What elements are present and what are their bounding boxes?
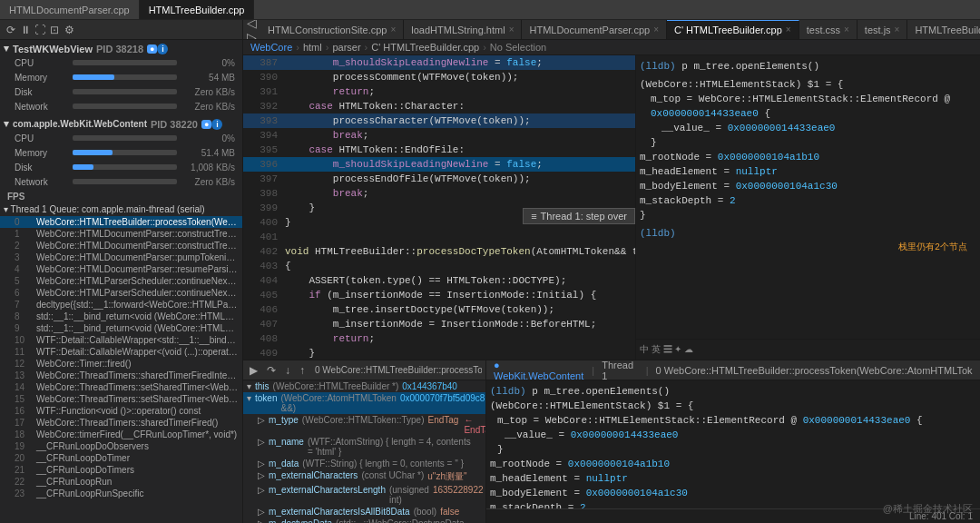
var-type-this: (WebCore::HTMLTreeBuilder *) [273, 381, 399, 391]
stack-item-15[interactable]: 15WebCore::ThreadTimers::setSharedTimer<… [0, 393, 242, 405]
console-frame-label[interactable]: 0 WebCore::HTMLTreeBuilder::processToken… [656, 365, 973, 376]
step-into-btn[interactable]: ↓ [282, 364, 293, 377]
stack-item-7[interactable]: 7decltype({std::__1::forward<WebCore::HT… [0, 299, 242, 311]
process-header-1[interactable]: ▾ TestWKWebView PID 38218 ● i [0, 42, 242, 55]
process-header-2[interactable]: ▾ com.apple.WebKit.WebContent PID 38220 … [0, 117, 242, 131]
stack-item-22[interactable]: 22__CFRunLoopRun [0, 476, 242, 488]
code-tab-loadhtml[interactable]: loadHTMLString.html × [404, 20, 522, 40]
stack-item-14[interactable]: 14WebCore::ThreadTimers::setSharedTimer<… [0, 381, 242, 393]
process-badge-2: ● [201, 120, 211, 129]
stack-item-18[interactable]: 18WebCore::timerFired(__CFRunLoopTimer*,… [0, 429, 242, 440]
code-tab-htmltreebuilder-active[interactable]: C' HTMLTreeBuilder.cpp × [667, 20, 799, 40]
stack-item-3[interactable]: 3WebCore::HTMLDocumentParser::pumpTokeni… [0, 252, 242, 263]
input-method-indicator: 中 英 ☰ ✦ ☁ [640, 344, 693, 354]
sidebar-btn-1[interactable]: ⟳ [4, 23, 18, 37]
stack-item-4[interactable]: 4WebCore::HTMLDocumentParser::resumePars… [0, 263, 242, 275]
breadcrumb-parser[interactable]: parser [332, 42, 360, 53]
lldb-output-10: } [640, 208, 976, 222]
net-label-2: Network [15, 177, 69, 187]
lldb-line-3: m_top = WebCore::HTMLElementStack::Eleme… [497, 413, 976, 428]
code-tab-htmldocparser[interactable]: HTMLDocumentParser.cpp × [522, 20, 667, 40]
console-area: ● WebKit.WebContent | Thread 1 | 0 WebCo… [486, 360, 980, 523]
var-value-mtype: EndTag [427, 415, 458, 435]
console-content[interactable]: (lldb) p m_tree.openElements() (WebCore:… [486, 380, 980, 508]
var-expand-mtype: ▷ [258, 415, 265, 435]
stack-item-20[interactable]: 20__CFRunLoopDoTimer [0, 452, 242, 464]
breadcrumb-webcorte[interactable]: WebCore [250, 42, 292, 53]
code-line-394: 394 break; [243, 128, 635, 143]
code-tab-htmltreebuilder2[interactable]: HTMLTreeBuilder.cpp × [907, 20, 980, 40]
thread-step-icon: ≡ [531, 211, 536, 222]
process-badge-1: ● [147, 44, 157, 54]
expand-icon-2: ▾ [4, 118, 9, 130]
stack-item-21[interactable]: 21__CFRunLoopDoTimers [0, 464, 242, 476]
var-type-mdoctypedata: (std::...::WebCore::DoctypeData, std::de… [336, 518, 485, 523]
mem-label-1: Memory [15, 73, 69, 83]
stack-item-10[interactable]: 10WTF::Detail::CallableWrapper<std::__1:… [0, 334, 242, 346]
step-over-btn[interactable]: ↷ [264, 364, 279, 377]
var-name-mdoctypedata: m_doctypeData [269, 518, 332, 523]
sidebar-btn-4[interactable]: ⊡ [47, 23, 62, 37]
code-tab-htmlconstruction1[interactable]: HTMLConstructionSite.cpp × [260, 20, 404, 40]
var-row-mname[interactable]: ▷ m_name (WTF::AtomString) { length = 4,… [254, 436, 485, 458]
var-type-mtype: (WebCore::HTMLToken::Type) [302, 415, 425, 435]
var-row-mexternalchars[interactable]: ▷ m_externalCharacters (const UChar *) u… [254, 469, 485, 484]
var-row-mdoctypedata[interactable]: ▷ m_doctypeData (std::...::WebCore::Doct… [254, 518, 485, 523]
stack-item-16[interactable]: 16WTF::Function<void ()>::operator() con… [0, 405, 242, 417]
stack-item-13[interactable]: 13WebCore::ThreadTimers::sharedTimerFire… [0, 370, 242, 381]
stack-item-11[interactable]: 11WTF::Detail::CallableWrapper<(void (..… [0, 346, 242, 358]
var-expand-token: ▾ [247, 393, 251, 413]
console-thread-selector[interactable]: ● WebKit.WebContent [494, 360, 584, 380]
stack-item-2[interactable]: 2WebCore::HTMLDocumentParser::constructT… [0, 240, 242, 252]
stack-item-8[interactable]: 8std::__1::__bind_return<void (WebCore::… [0, 311, 242, 322]
stack-item-12[interactable]: 12WebCore::Timer::fired() [0, 358, 242, 370]
disk-bar-2 [73, 164, 177, 170]
stack-item-1[interactable]: 1WebCore::HTMLDocumentParser::constructT… [0, 228, 242, 240]
var-row-token[interactable]: ▾ token (WebCore::AtomHTMLToken &&) 0x00… [243, 392, 485, 414]
stack-item-0[interactable]: 0WebCore::HTMLTreeBuilder::processToken(… [0, 216, 242, 228]
var-value-this: 0x144367b40 [402, 381, 457, 391]
step-continue-btn[interactable]: ▶ [247, 364, 260, 377]
code-tab-testjs[interactable]: test.js × [858, 20, 908, 40]
thread-header[interactable]: ▾ Thread 1 Queue: com.apple.main-thread … [0, 202, 242, 216]
thread-list: ▾ Thread 1 Queue: com.apple.main-thread … [0, 202, 242, 523]
var-row-mtype[interactable]: ▷ m_type (WebCore::HTMLToken::Type) EndT… [254, 414, 485, 436]
sidebar-btn-5[interactable]: ⚙ [62, 23, 76, 37]
cpu-value-1: 0% [181, 58, 235, 68]
breadcrumb-html[interactable]: html [303, 42, 322, 53]
cpu-bar-1 [73, 60, 177, 65]
top-tab-htmldocumentparser[interactable]: HTMLDocumentParser.cpp [0, 0, 140, 20]
stack-item-17[interactable]: 17WebCore::ThreadTimers::sharedTimerFire… [0, 417, 242, 429]
mem-bar-2 [73, 150, 177, 155]
step-out-btn[interactable]: ↑ [297, 364, 308, 377]
sidebar-btn-2[interactable]: ⏸ [18, 23, 33, 37]
nav-arrows[interactable]: ◁ ▷ [243, 20, 260, 40]
code-tab-testcss[interactable]: test.css × [799, 20, 858, 40]
sidebar: ⟳ ⏸ ⛶ ⊡ ⚙ ▾ TestWKWebView PID 38218 ● i … [0, 20, 243, 523]
console-thread-label[interactable]: Thread 1 [602, 360, 639, 380]
net-bar-1 [73, 104, 177, 109]
stack-item-19[interactable]: 19__CFRunLoopDoObservers [0, 440, 242, 452]
var-row-mextcharisbit8[interactable]: ▷ m_externalCharactersIsAllBit8Data (boo… [254, 506, 485, 518]
var-row-this[interactable]: ▾ this (WebCore::HTMLTreeBuilder *) 0x14… [243, 380, 485, 392]
stack-item-6[interactable]: 6WebCore::HTMLParserScheduler::continueN… [0, 287, 242, 299]
var-name-this: this [255, 381, 270, 391]
variables-panel: ▶ ↷ ↓ ↑ 0 WebCore::HTMLTreeBuilder::proc… [243, 360, 486, 523]
cpu-label-2: CPU [15, 133, 69, 143]
top-tab-htmltreebuilder[interactable]: HTMLTreeBuilder.cpp [140, 0, 255, 20]
thread-expand-icon: ▾ [4, 204, 11, 214]
var-type-mname: (WTF::AtomString) { length = 4, contents… [308, 437, 478, 457]
code-line-408: 408 return; [243, 331, 635, 346]
stack-item-5[interactable]: 5WebCore::HTMLParserScheduler::continueN… [0, 275, 242, 287]
console-sep: | [592, 365, 594, 376]
code-line-403: 403{ [243, 259, 635, 273]
breadcrumb-file[interactable]: C' HTMLTreeBuilder.cpp [371, 42, 479, 53]
stack-item-9[interactable]: 9std::__1::__bind_return<void (WebCore::… [0, 322, 242, 334]
var-row-mexternalcharslength[interactable]: ▷ m_externalCharactersLength (unsigned i… [254, 484, 485, 506]
var-value-token: 0x000070f7bf5d09c8 [400, 393, 485, 413]
code-line-409: 409 } [243, 346, 635, 360]
stack-item-23[interactable]: 23__CFRunLoopRunSpecific [0, 488, 242, 499]
var-row-mdata[interactable]: ▷ m_data (WTF::String) { length = 0, con… [254, 458, 485, 469]
lldb-line-4: __value_ = 0x000000014433eae0 [505, 428, 976, 442]
sidebar-btn-3[interactable]: ⛶ [33, 23, 47, 37]
